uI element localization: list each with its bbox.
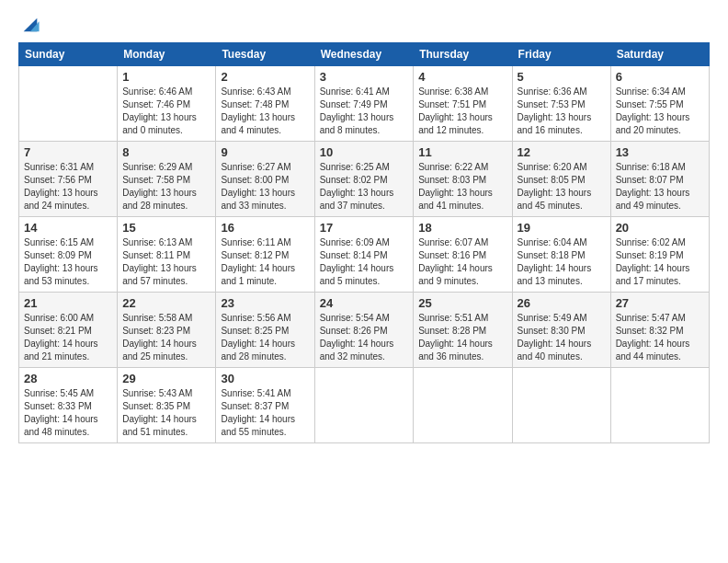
day-number: 25 <box>418 296 506 310</box>
day-number: 23 <box>221 296 309 310</box>
weekday-header: Friday <box>512 43 610 66</box>
calendar-cell: 2Sunrise: 6:43 AMSunset: 7:48 PMDaylight… <box>216 66 314 142</box>
day-number: 29 <box>122 372 210 385</box>
day-info: Sunrise: 6:31 AMSunset: 7:56 PMDaylight:… <box>24 161 112 213</box>
calendar-cell: 12Sunrise: 6:20 AMSunset: 8:05 PMDayligh… <box>512 142 610 217</box>
calendar-cell: 29Sunrise: 5:43 AMSunset: 8:35 PMDayligh… <box>118 368 216 443</box>
day-number: 6 <box>616 70 704 84</box>
calendar-cell: 27Sunrise: 5:47 AMSunset: 8:32 PMDayligh… <box>610 293 709 368</box>
day-number: 11 <box>418 145 506 159</box>
calendar-cell: 13Sunrise: 6:18 AMSunset: 8:07 PMDayligh… <box>610 142 709 217</box>
calendar-cell: 10Sunrise: 6:25 AMSunset: 8:02 PMDayligh… <box>314 142 414 217</box>
day-info: Sunrise: 6:41 AMSunset: 7:49 PMDaylight:… <box>320 86 409 137</box>
header-row: SundayMondayTuesdayWednesdayThursdayFrid… <box>19 43 710 66</box>
day-info: Sunrise: 5:54 AMSunset: 8:26 PMDaylight:… <box>320 312 409 363</box>
calendar-cell: 6Sunrise: 6:34 AMSunset: 7:55 PMDaylight… <box>610 66 709 142</box>
day-number: 30 <box>221 372 309 385</box>
calendar-cell: 11Sunrise: 6:22 AMSunset: 8:03 PMDayligh… <box>414 142 512 217</box>
calendar-table: SundayMondayTuesdayWednesdayThursdayFrid… <box>18 42 710 443</box>
calendar-cell: 23Sunrise: 5:56 AMSunset: 8:25 PMDayligh… <box>216 293 314 368</box>
logo <box>18 15 40 35</box>
weekday-header: Tuesday <box>216 43 314 66</box>
weekday-header: Wednesday <box>314 43 414 66</box>
day-info: Sunrise: 5:51 AMSunset: 8:28 PMDaylight:… <box>418 312 506 363</box>
calendar-cell: 26Sunrise: 5:49 AMSunset: 8:30 PMDayligh… <box>512 293 610 368</box>
calendar-cell: 9Sunrise: 6:27 AMSunset: 8:00 PMDaylight… <box>216 142 314 217</box>
day-info: Sunrise: 6:00 AMSunset: 8:21 PMDaylight:… <box>24 312 112 363</box>
day-info: Sunrise: 5:45 AMSunset: 8:33 PMDaylight:… <box>24 387 112 439</box>
day-info: Sunrise: 6:22 AMSunset: 8:03 PMDaylight:… <box>418 161 506 213</box>
day-info: Sunrise: 6:04 AMSunset: 8:18 PMDaylight:… <box>518 236 606 288</box>
day-number: 5 <box>518 70 606 84</box>
day-info: Sunrise: 6:11 AMSunset: 8:12 PMDaylight:… <box>221 236 309 288</box>
day-number: 14 <box>24 221 112 235</box>
calendar-cell: 4Sunrise: 6:38 AMSunset: 7:51 PMDaylight… <box>414 66 512 142</box>
day-number: 24 <box>320 296 409 310</box>
day-number: 19 <box>518 221 606 235</box>
calendar-cell: 25Sunrise: 5:51 AMSunset: 8:28 PMDayligh… <box>414 293 512 368</box>
calendar-cell: 17Sunrise: 6:09 AMSunset: 8:14 PMDayligh… <box>314 217 414 293</box>
day-info: Sunrise: 5:47 AMSunset: 8:32 PMDaylight:… <box>616 312 704 363</box>
calendar-week-row: 7Sunrise: 6:31 AMSunset: 7:56 PMDaylight… <box>19 142 710 217</box>
day-info: Sunrise: 6:07 AMSunset: 8:16 PMDaylight:… <box>418 236 506 288</box>
day-info: Sunrise: 5:56 AMSunset: 8:25 PMDaylight:… <box>221 312 309 363</box>
calendar-cell <box>314 368 414 443</box>
calendar-week-row: 1Sunrise: 6:46 AMSunset: 7:46 PMDaylight… <box>19 66 710 142</box>
day-info: Sunrise: 5:41 AMSunset: 8:37 PMDaylight:… <box>221 387 309 439</box>
calendar-week-row: 14Sunrise: 6:15 AMSunset: 8:09 PMDayligh… <box>19 217 710 293</box>
day-number: 21 <box>24 296 112 310</box>
weekday-header: Monday <box>118 43 216 66</box>
day-info: Sunrise: 6:46 AMSunset: 7:46 PMDaylight:… <box>122 86 210 137</box>
day-info: Sunrise: 6:13 AMSunset: 8:11 PMDaylight:… <box>122 236 210 288</box>
calendar-week-row: 21Sunrise: 6:00 AMSunset: 8:21 PMDayligh… <box>19 293 710 368</box>
calendar-cell: 5Sunrise: 6:36 AMSunset: 7:53 PMDaylight… <box>512 66 610 142</box>
weekday-header: Thursday <box>414 43 512 66</box>
weekday-header: Saturday <box>610 43 709 66</box>
day-number: 15 <box>122 221 210 235</box>
day-info: Sunrise: 6:20 AMSunset: 8:05 PMDaylight:… <box>518 161 606 213</box>
day-number: 7 <box>24 145 112 159</box>
calendar-cell <box>610 368 709 443</box>
calendar-cell: 20Sunrise: 6:02 AMSunset: 8:19 PMDayligh… <box>610 217 709 293</box>
calendar-cell: 16Sunrise: 6:11 AMSunset: 8:12 PMDayligh… <box>216 217 314 293</box>
day-info: Sunrise: 6:27 AMSunset: 8:00 PMDaylight:… <box>221 161 309 213</box>
day-number: 4 <box>418 70 506 84</box>
day-number: 22 <box>122 296 210 310</box>
calendar-cell: 14Sunrise: 6:15 AMSunset: 8:09 PMDayligh… <box>19 217 118 293</box>
calendar-cell: 21Sunrise: 6:00 AMSunset: 8:21 PMDayligh… <box>19 293 118 368</box>
day-number: 9 <box>221 145 309 159</box>
calendar-cell: 7Sunrise: 6:31 AMSunset: 7:56 PMDaylight… <box>19 142 118 217</box>
day-number: 20 <box>616 221 704 235</box>
calendar-cell: 22Sunrise: 5:58 AMSunset: 8:23 PMDayligh… <box>118 293 216 368</box>
day-number: 16 <box>221 221 309 235</box>
day-info: Sunrise: 6:36 AMSunset: 7:53 PMDaylight:… <box>518 86 606 137</box>
day-info: Sunrise: 5:49 AMSunset: 8:30 PMDaylight:… <box>518 312 606 363</box>
day-number: 10 <box>320 145 409 159</box>
day-number: 18 <box>418 221 506 235</box>
day-number: 12 <box>518 145 606 159</box>
day-number: 13 <box>616 145 704 159</box>
day-number: 8 <box>122 145 210 159</box>
weekday-header: Sunday <box>19 43 118 66</box>
calendar-cell: 8Sunrise: 6:29 AMSunset: 7:58 PMDaylight… <box>118 142 216 217</box>
day-number: 26 <box>518 296 606 310</box>
day-info: Sunrise: 6:02 AMSunset: 8:19 PMDaylight:… <box>616 236 704 288</box>
day-number: 1 <box>122 70 210 84</box>
day-info: Sunrise: 6:38 AMSunset: 7:51 PMDaylight:… <box>418 86 506 137</box>
day-info: Sunrise: 5:43 AMSunset: 8:35 PMDaylight:… <box>122 387 210 439</box>
calendar-cell: 15Sunrise: 6:13 AMSunset: 8:11 PMDayligh… <box>118 217 216 293</box>
day-number: 2 <box>221 70 309 84</box>
day-info: Sunrise: 6:09 AMSunset: 8:14 PMDaylight:… <box>320 236 409 288</box>
day-info: Sunrise: 6:25 AMSunset: 8:02 PMDaylight:… <box>320 161 409 213</box>
day-info: Sunrise: 6:18 AMSunset: 8:07 PMDaylight:… <box>616 161 704 213</box>
calendar-cell: 24Sunrise: 5:54 AMSunset: 8:26 PMDayligh… <box>314 293 414 368</box>
day-number: 28 <box>24 372 112 385</box>
calendar-week-row: 28Sunrise: 5:45 AMSunset: 8:33 PMDayligh… <box>19 368 710 443</box>
calendar-cell: 19Sunrise: 6:04 AMSunset: 8:18 PMDayligh… <box>512 217 610 293</box>
logo-icon <box>20 15 40 35</box>
day-info: Sunrise: 6:34 AMSunset: 7:55 PMDaylight:… <box>616 86 704 137</box>
day-number: 17 <box>320 221 409 235</box>
calendar-cell: 1Sunrise: 6:46 AMSunset: 7:46 PMDaylight… <box>118 66 216 142</box>
day-info: Sunrise: 6:29 AMSunset: 7:58 PMDaylight:… <box>122 161 210 213</box>
calendar-cell <box>512 368 610 443</box>
